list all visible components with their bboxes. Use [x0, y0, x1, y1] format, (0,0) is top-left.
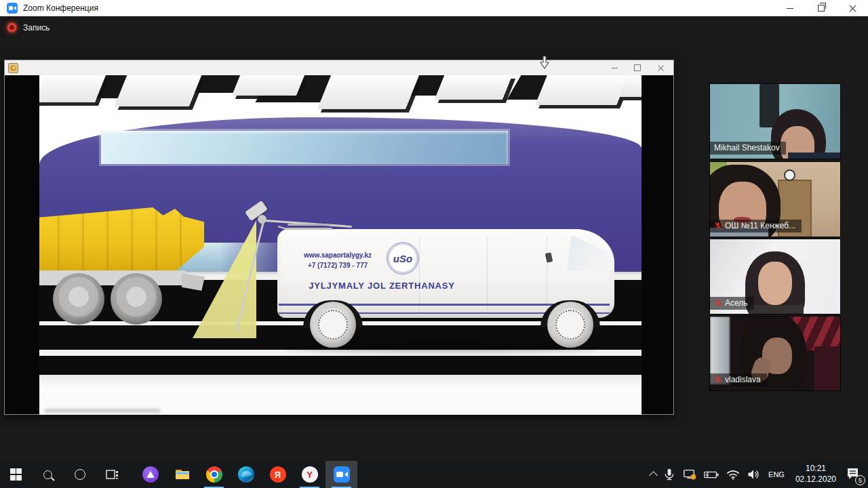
search-button[interactable] [32, 461, 64, 488]
participant-tile[interactable]: Асель [709, 239, 841, 314]
recording-indicator: Запись [7, 22, 50, 33]
yandex-alice-icon [142, 466, 159, 483]
player-close-button[interactable] [649, 60, 672, 75]
tray-clock[interactable]: 10:21 02.12.2020 [793, 464, 839, 485]
notification-badge: 5 [855, 475, 865, 485]
edge-button[interactable] [230, 461, 262, 488]
record-dot-icon [7, 22, 17, 33]
van-title-text: JYLJYMALY JOL ZERTHANASY [297, 281, 467, 291]
participant-name-label: vladislava [710, 373, 767, 386]
van-door-seam [419, 237, 420, 311]
blue-banner-screen [101, 131, 508, 164]
tray-expand-chevron-icon[interactable] [649, 471, 658, 480]
volume-tray-icon[interactable] [747, 468, 760, 481]
participant-name: ОШ №11 Кенжеб... [725, 221, 795, 230]
player-titlebar[interactable] [5, 60, 673, 76]
window-title: Zoom Конференция [23, 3, 98, 13]
language-indicator[interactable]: ENG [766, 470, 787, 479]
wifi-tray-icon[interactable] [726, 468, 741, 481]
tray-time: 10:21 [795, 464, 836, 474]
mouse-cursor-down-arrow-icon [539, 56, 550, 72]
yandex-button[interactable]: Я [262, 461, 294, 488]
player-maximize-button[interactable] [626, 60, 649, 75]
truck-wheel [53, 273, 104, 325]
ceiling-block [317, 75, 419, 109]
cortana-button[interactable] [64, 461, 96, 488]
chrome-button[interactable] [198, 461, 230, 488]
restore-button[interactable] [806, 0, 837, 16]
task-view-button[interactable] [96, 461, 127, 488]
zoom-camera-icon [7, 3, 18, 14]
van-wheel [310, 302, 356, 348]
close-button[interactable] [837, 0, 868, 16]
ceiling-block [535, 75, 629, 105]
mic-muted-icon [714, 222, 722, 230]
participant-tile[interactable]: ОШ №11 Кенжеб... [709, 161, 841, 237]
van-door-seam [547, 237, 547, 311]
participant-name: Асель [725, 298, 748, 308]
participant-tile[interactable]: vladislava [709, 316, 841, 391]
windows-logo-icon [10, 468, 22, 481]
restore-icon [818, 5, 825, 12]
cortana-icon [75, 469, 85, 480]
yandex-browser-icon: Y [302, 466, 318, 483]
system-tray: ENG 10:21 02.12.2020 5 [650, 461, 868, 488]
search-icon [43, 470, 52, 479]
yandex-alice-button[interactable] [134, 461, 166, 488]
lane-line [39, 350, 642, 356]
ceiling-block [435, 75, 513, 100]
play-icon [8, 63, 18, 73]
zoom-taskbar-button[interactable] [326, 461, 357, 488]
video-area: www.sapaortalygy.kz +7 (7172) 739 - 777 … [5, 75, 673, 414]
van-door-seam [487, 237, 488, 311]
van-roof-rail [288, 224, 330, 226]
edge-icon [238, 466, 254, 483]
van-phone: +7 (7172) 739 - 777 [290, 260, 385, 270]
truck-bed-ribs [39, 207, 204, 273]
app-with-alert-tray-icon[interactable] [682, 468, 697, 481]
mic-muted-icon [714, 375, 722, 384]
person-shoulders [788, 152, 840, 159]
truck-wheel [111, 273, 162, 325]
participant-tile[interactable]: Mikhail Shestakov [709, 83, 841, 159]
action-center-button[interactable]: 5 [845, 466, 863, 483]
minimize-icon [787, 8, 793, 9]
van-wheel-hub [318, 310, 349, 340]
lamp-joint [258, 215, 267, 224]
minimize-button[interactable] [774, 0, 806, 16]
mic-muted-icon [714, 299, 722, 307]
yandex-browser-button[interactable]: Y [294, 461, 326, 488]
van-wheel-hub [555, 310, 586, 340]
chrome-icon [206, 466, 222, 483]
recording-label: Запись [23, 23, 50, 33]
van-roof-rail [285, 228, 332, 230]
participant-name: Mikhail Shestakov [714, 143, 780, 152]
participant-name-label: Mikhail Shestakov [710, 142, 786, 155]
minimize-icon [612, 68, 618, 68]
taskbar: Я Y [0, 461, 868, 488]
tray-date: 02.12.2020 [795, 474, 836, 485]
background-drape [814, 346, 840, 390]
video-scene: www.sapaortalygy.kz +7 (7172) 739 - 777 … [39, 75, 642, 415]
player-minimize-button[interactable] [603, 60, 626, 75]
file-explorer-button[interactable] [166, 461, 198, 488]
ceiling-block [39, 75, 106, 102]
task-view-icon [104, 467, 119, 482]
participant-name-label: ОШ №11 Кенжеб... [710, 220, 802, 232]
uso-logo: uSo [387, 242, 419, 274]
person-face [758, 262, 792, 305]
player-window-controls [603, 60, 672, 75]
file-explorer-icon [174, 466, 191, 483]
window-controls [774, 0, 868, 16]
window-titlebar: Zoom Конференция [0, 0, 868, 16]
van-wheel [547, 302, 593, 348]
ceiling-block [232, 75, 304, 96]
start-button[interactable] [0, 461, 32, 488]
van-contact-text: www.sapaortalygy.kz +7 (7172) 739 - 777 [290, 250, 385, 270]
shared-player-window[interactable]: www.sapaortalygy.kz +7 (7172) 739 - 777 … [4, 60, 674, 415]
maximize-icon [634, 64, 641, 71]
microphone-tray-icon[interactable] [663, 468, 676, 481]
participant-name: vladislava [725, 375, 761, 384]
battery-tray-icon[interactable] [703, 468, 719, 481]
participant-name-label: Асель [710, 297, 754, 310]
